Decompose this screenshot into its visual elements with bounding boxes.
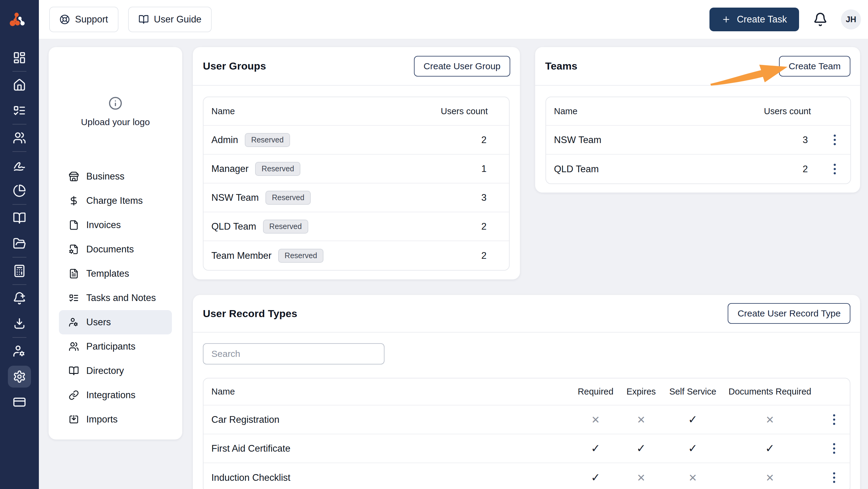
store-icon	[69, 171, 79, 182]
table-row: Car Registration ✕ ✕ ✓ ✕	[204, 405, 850, 434]
nav-item-tasks-and-notes[interactable]: Tasks and Notes	[49, 286, 182, 310]
row-actions-button[interactable]	[826, 131, 844, 149]
search-input[interactable]	[203, 343, 384, 364]
rail-item-reminders[interactable]	[0, 285, 39, 311]
file-cog-icon	[69, 244, 79, 254]
user-groups-title: User Groups	[203, 60, 266, 72]
teams-title: Teams	[545, 60, 577, 72]
user-guide-button[interactable]: User Guide	[128, 7, 212, 32]
upload-logo-area[interactable]: Upload your logo	[49, 47, 182, 127]
nav-item-label: Invoices	[86, 220, 121, 231]
rail-divider	[12, 337, 26, 338]
checklist-icon	[13, 104, 26, 117]
table-row: NSW Team 3	[546, 126, 850, 155]
table-header: Name Required Expires Self Service Docum…	[204, 378, 850, 405]
users-count: 3	[746, 134, 819, 146]
download-icon	[13, 317, 26, 331]
nav-item-invoices[interactable]: Invoices	[49, 213, 182, 237]
users-count: 2	[436, 134, 509, 146]
support-button[interactable]: Support	[49, 7, 119, 32]
column-header-self-service: Self Service	[664, 387, 722, 397]
users-count: 2	[436, 221, 509, 232]
rail-item-files[interactable]	[0, 231, 39, 256]
bell-plus-icon	[13, 292, 26, 305]
record-type-name: Car Registration	[204, 414, 573, 425]
table-row: Manager Reserved 1	[204, 155, 509, 183]
avatar[interactable]: JH	[841, 9, 861, 29]
row-actions-button[interactable]	[825, 439, 843, 458]
rail-item-accounting[interactable]	[0, 258, 39, 284]
create-user-group-button[interactable]: Create User Group	[414, 56, 510, 77]
book-open-icon	[69, 366, 79, 376]
nav-item-label: Imports	[86, 414, 118, 425]
rail-divider	[12, 151, 26, 152]
user-cog-icon	[69, 317, 79, 328]
nav-item-participants[interactable]: Participants	[49, 334, 182, 359]
nav-item-label: Templates	[86, 268, 129, 279]
group-name: Admin	[211, 134, 238, 146]
home-icon	[13, 79, 26, 92]
app-logo[interactable]	[0, 0, 39, 39]
self-service-mark: ✓	[688, 414, 697, 425]
rail-item-user-admin[interactable]	[0, 338, 39, 364]
notifications-button[interactable]	[813, 12, 828, 27]
nav-item-users[interactable]: Users	[59, 310, 172, 334]
column-header-name: Name	[204, 387, 573, 397]
row-actions-button[interactable]	[825, 410, 843, 429]
file-icon	[69, 220, 79, 230]
row-actions-button[interactable]	[826, 160, 844, 178]
rail-item-downloads[interactable]	[0, 311, 39, 337]
users-count: 3	[436, 192, 509, 203]
users-count: 2	[436, 250, 509, 261]
row-actions-button[interactable]	[825, 469, 843, 487]
column-header-name: Name	[204, 106, 436, 116]
avatar-initials: JH	[846, 15, 857, 24]
required-mark: ✓	[591, 472, 600, 483]
rail-item-home[interactable]	[0, 72, 39, 98]
column-header-expires: Expires	[618, 387, 664, 397]
settings-nav-list: Business Charge Items Invoices Documents…	[49, 164, 182, 432]
info-icon	[108, 96, 122, 110]
user-cog-icon	[13, 344, 26, 358]
nav-item-documents[interactable]: Documents	[49, 237, 182, 262]
nav-item-directory[interactable]: Directory	[49, 359, 182, 383]
rail-item-reports[interactable]	[0, 178, 39, 204]
nav-item-business[interactable]: Business	[49, 164, 182, 189]
create-task-button[interactable]: Create Task	[710, 8, 799, 31]
pie-chart-icon	[13, 184, 26, 197]
rail-divider	[12, 71, 26, 72]
rail-item-billing[interactable]	[0, 389, 39, 415]
user-guide-label: User Guide	[154, 14, 202, 25]
nav-item-label: Business	[86, 171, 125, 182]
nav-item-label: Charge Items	[86, 195, 143, 206]
rail-item-settings[interactable]	[0, 364, 39, 389]
rail-item-dashboard[interactable]	[0, 45, 39, 70]
teams-card: Teams Create Team Name Users count NSW T…	[535, 47, 860, 192]
user-groups-table: Name Users count Admin Reserved 2 Manage…	[203, 97, 509, 271]
rail-item-signatures[interactable]	[0, 152, 39, 178]
logo-icon	[8, 8, 31, 32]
column-header-users-count: Users count	[746, 106, 819, 116]
rail-item-people[interactable]	[0, 125, 39, 151]
table-row: NSW Team Reserved 3	[204, 183, 509, 212]
calculator-icon	[13, 264, 26, 278]
user-record-types-card: User Record Types Create User Record Typ…	[193, 295, 860, 489]
nav-item-integrations[interactable]: Integrations	[49, 383, 182, 407]
nav-item-imports[interactable]: Imports	[49, 407, 182, 432]
create-user-record-type-button[interactable]: Create User Record Type	[728, 303, 850, 324]
nav-item-templates[interactable]: Templates	[49, 262, 182, 286]
nav-item-charge-items[interactable]: Charge Items	[49, 189, 182, 213]
reserved-badge: Reserved	[245, 133, 290, 147]
book-open-icon	[138, 14, 149, 25]
rail-divider	[12, 124, 26, 125]
user-groups-header: User Groups Create User Group	[193, 47, 520, 86]
rail-item-tasks[interactable]	[0, 98, 39, 123]
create-team-button[interactable]: Create Team	[779, 56, 850, 77]
teams-table: Name Users count NSW Team 3 QLD Team 2	[546, 97, 851, 184]
bell-icon	[813, 12, 828, 27]
teams-header: Teams Create Team	[535, 47, 860, 86]
table-row: Induction Checklist ✓ ✕ ✕ ✕	[204, 463, 850, 489]
rail-item-directory[interactable]	[0, 205, 39, 231]
upload-logo-label: Upload your logo	[81, 117, 150, 127]
documents-required-mark: ✕	[766, 415, 774, 425]
